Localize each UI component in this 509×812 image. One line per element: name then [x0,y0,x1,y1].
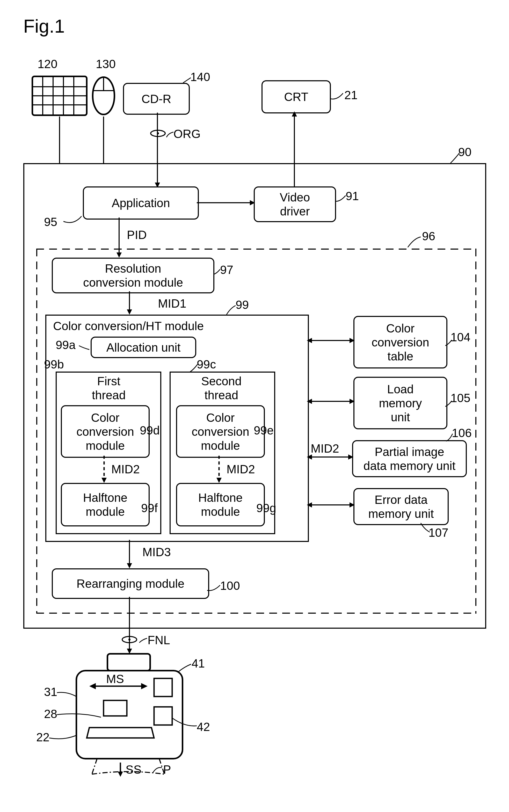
ref-99g: 99g [256,501,276,515]
mid3-label: MID3 [142,545,171,559]
mid2-label-1: MID2 [111,462,140,476]
mid1-label: MID1 [158,297,186,310]
video-driver-block: Video driver [254,187,336,222]
svg-marker-35 [348,454,353,460]
resolution-block: Resolution conversion module [52,258,214,293]
svg-marker-54 [118,772,123,777]
ref-41: 41 [192,656,205,670]
color-ht-label: Color conversion/HT module [53,319,204,333]
partial-image-block: Partial image data memory unit [352,440,467,477]
ref-120: 120 [38,57,58,71]
ref-95: 95 [44,215,57,229]
ref-99a: 99a [56,338,76,352]
ref-99b: 99b [44,357,64,371]
ref-22: 22 [36,730,49,744]
halftone-1-label: Halftone module [83,491,127,519]
allocation-block: Allocation unit [91,337,196,358]
svg-marker-18 [250,200,255,205]
svg-marker-26 [216,478,222,483]
ref-21: 21 [344,88,358,102]
error-data-label: Error data memory unit [368,493,434,521]
error-data-block: Error data memory unit [353,488,449,525]
color-conv-2-block: Color conversion module [176,405,265,458]
p-label: P [163,763,171,777]
partial-image-label: Partial image data memory unit [364,445,455,473]
ref-104: 104 [450,330,470,344]
application-label: Application [111,196,170,210]
load-memory-label: Load memory unit [379,382,422,424]
org-label: ORG [173,127,201,141]
color-conv-1-label: Color conversion module [76,411,134,452]
ref-99e: 99e [254,424,274,437]
rearranging-block: Rearranging module [52,568,209,599]
ref-28: 28 [44,707,57,721]
svg-rect-51 [154,678,172,697]
ref-99f: 99f [141,501,158,515]
ref-97: 97 [220,263,233,277]
crt-block: CRT [262,80,331,113]
svg-rect-50 [104,701,127,716]
color-conv-1-block: Color conversion module [61,405,150,458]
ref-106: 106 [452,426,472,440]
rearranging-label: Rearranging module [77,577,184,590]
figure-title: Fig.1 [23,15,65,37]
halftone-1-block: Halftone module [61,483,150,527]
ms-label: MS [106,672,124,686]
svg-marker-29 [349,338,355,343]
cdr-label: CD-R [142,92,171,106]
mid2-label-3: MID2 [311,441,339,455]
ref-140: 140 [190,70,210,84]
mouse-icon [91,75,116,116]
svg-point-44 [128,639,131,641]
svg-marker-30 [307,399,312,404]
svg-marker-27 [307,338,312,343]
ref-105: 105 [450,391,470,405]
ref-107: 107 [429,526,448,540]
keyboard-icon [31,75,88,116]
load-memory-block: Load memory unit [353,377,447,429]
ss-label: SS [126,763,141,777]
ref-99c: 99c [197,357,216,371]
color-table-label: Color conversion table [372,321,429,363]
fnl-label: FNL [147,633,170,647]
ref-130: 130 [96,57,116,71]
pid-label: PID [127,228,147,242]
ref-91: 91 [346,189,359,203]
svg-marker-22 [127,309,132,314]
svg-rect-45 [107,654,150,671]
halftone-2-block: Halftone module [176,483,265,527]
ref-96: 96 [422,229,435,243]
svg-marker-24 [101,478,107,483]
color-conv-2-label: Color conversion module [192,411,249,452]
allocation-label: Allocation unit [106,340,180,354]
first-thread-label: First thread [83,374,135,402]
svg-marker-38 [349,502,355,508]
ref-42: 42 [197,720,210,734]
ref-99d: 99d [140,424,160,437]
svg-marker-16 [292,111,297,116]
ref-99: 99 [236,298,249,312]
crt-label: CRT [284,90,308,104]
svg-marker-36 [307,502,312,508]
video-driver-label: Video driver [280,190,310,218]
disc-icon-2 [122,636,137,643]
svg-rect-52 [154,707,172,725]
cdr-block: CD-R [123,83,190,115]
ref-100: 100 [220,579,240,593]
color-table-block: Color conversion table [353,316,447,368]
application-block: Application [83,187,199,219]
svg-marker-40 [127,563,132,568]
svg-marker-33 [307,454,312,460]
second-thread-label: Second thread [196,374,247,402]
resolution-label: Resolution conversion module [83,262,183,290]
ref-31: 31 [44,685,57,699]
halftone-2-label: Halftone module [198,491,243,519]
svg-marker-32 [349,399,355,404]
mid2-label-2: MID2 [227,462,255,476]
